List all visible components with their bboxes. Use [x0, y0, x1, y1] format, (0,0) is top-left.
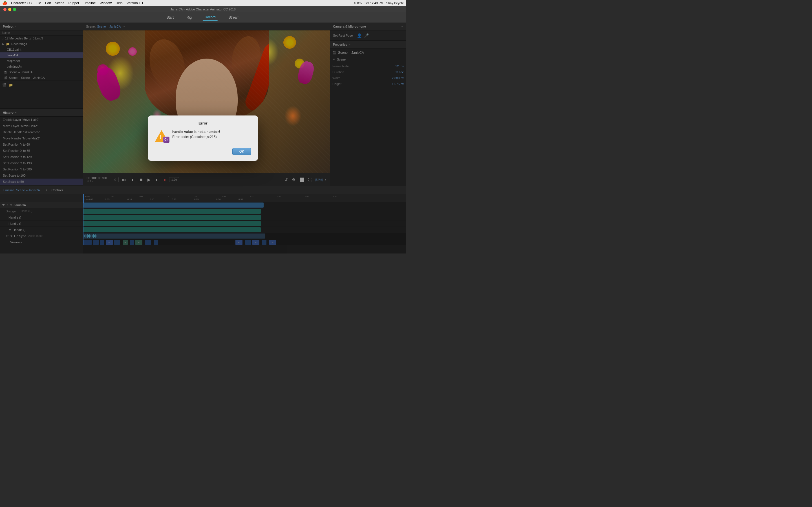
error-dialog-title: Error: [155, 121, 251, 125]
window-maximize[interactable]: [13, 8, 16, 11]
error-dialog-icon: ! Ch: [155, 129, 168, 143]
menu-file[interactable]: File: [36, 1, 41, 5]
window-close[interactable]: [3, 8, 6, 11]
window-controls: [3, 8, 16, 11]
menubar-time: Sat 12:43 PM: [364, 1, 384, 5]
error-ok-button[interactable]: OK: [232, 148, 251, 155]
error-dialog-text: handle value is not a number! Error code…: [172, 129, 220, 139]
menu-scene[interactable]: Scene: [55, 1, 64, 5]
menu-edit[interactable]: Edit: [45, 1, 51, 5]
menu-timeline[interactable]: Timeline: [83, 1, 96, 5]
error-dialog-footer: OK: [155, 148, 251, 155]
menu-puppet[interactable]: Puppet: [68, 1, 79, 5]
error-dialog-overlay: Error ! Ch handle value is not a number!…: [0, 22, 406, 253]
menubar-battery: 100%: [354, 1, 362, 5]
ch-app-icon: Ch: [163, 136, 169, 143]
menu-charactercc[interactable]: Character CC: [11, 1, 32, 5]
error-dialog-body: ! Ch handle value is not a number! Error…: [155, 129, 251, 143]
apple-menu[interactable]: 🍎: [2, 1, 7, 5]
menu-help[interactable]: Help: [116, 1, 123, 5]
window-minimize[interactable]: [8, 8, 11, 11]
toolbar-start[interactable]: Start: [164, 15, 176, 20]
error-dialog: Error ! Ch handle value is not a number!…: [148, 115, 258, 161]
window-title: Janis CA – Adobe Character Animator CC 2…: [170, 8, 236, 11]
menubar: 🍎 Character CC File Edit Scene Puppet Ti…: [0, 0, 406, 6]
toolbar: Start Rig Record Stream: [0, 12, 406, 22]
error-code: Error code: (Container.js:215): [172, 135, 216, 139]
toolbar-rig[interactable]: Rig: [185, 15, 194, 20]
warning-exclaim: !: [160, 134, 161, 140]
toolbar-record[interactable]: Record: [202, 14, 218, 20]
menubar-user: Shay Peyote: [386, 1, 404, 5]
titlebar: Janis CA – Adobe Character Animator CC 2…: [0, 6, 406, 12]
menu-version: Version 1.1: [126, 1, 144, 5]
error-message: handle value is not a number!: [172, 130, 220, 134]
toolbar-stream[interactable]: Stream: [226, 15, 242, 20]
menu-window[interactable]: Window: [100, 1, 112, 5]
